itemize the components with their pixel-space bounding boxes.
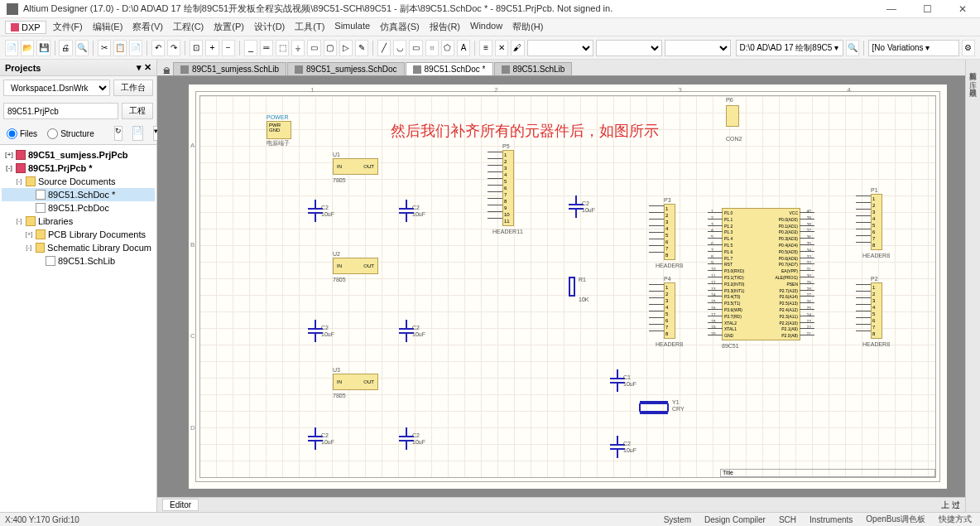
tree-item[interactable]: [+]PCB Library Documents bbox=[2, 228, 155, 241]
tree-item[interactable]: [-]Libraries bbox=[2, 215, 155, 228]
settings-icon[interactable]: 📄 bbox=[132, 126, 143, 141]
comp-p3[interactable]: P3 12345678 HEADER8 bbox=[664, 204, 675, 260]
snap-combo[interactable] bbox=[596, 40, 662, 56]
tree-item[interactable]: 89C51.PcbDoc bbox=[2, 201, 155, 215]
open-button[interactable]: 📂 bbox=[21, 40, 34, 56]
print-button[interactable]: 🖨 bbox=[59, 40, 72, 56]
comp-u2[interactable]: U2 IN OUT 7805 bbox=[333, 258, 378, 274]
menu-编辑(E)[interactable]: 编辑(E) bbox=[88, 19, 128, 35]
status-design-compiler[interactable]: Design Compiler bbox=[701, 515, 769, 524]
workspace-combo[interactable]: Workspace1.DsnWrk bbox=[3, 80, 110, 96]
files-radio[interactable]: Files bbox=[7, 128, 37, 139]
layer-combo[interactable] bbox=[527, 40, 593, 56]
tab-home-button[interactable]: 🏛 bbox=[161, 67, 172, 75]
poly-button[interactable]: ⬠ bbox=[441, 40, 454, 56]
doc-tab[interactable]: 89C51_sumjess.SchDoc bbox=[287, 62, 405, 75]
menu-Simulate[interactable]: Simulate bbox=[329, 19, 375, 35]
panel-menu-icon[interactable]: ▾ ✕ bbox=[137, 62, 151, 73]
status-shortcuts[interactable]: 快捷方式 bbox=[935, 514, 975, 525]
path-combo[interactable] bbox=[736, 40, 843, 56]
net-label-button[interactable]: ⬚ bbox=[276, 40, 289, 56]
strip-navigator[interactable]: 导航器 bbox=[967, 80, 979, 86]
paste-button[interactable]: 📄 bbox=[129, 40, 142, 56]
schematic-canvas[interactable]: 1 2 3 4 A B C D 然后我们补齐所有的元器件后，如图所示 bbox=[157, 76, 965, 497]
tree-item[interactable]: [-]Schematic Library Docum bbox=[2, 241, 155, 254]
project-input[interactable] bbox=[3, 103, 118, 119]
annotation-button[interactable]: ✎ bbox=[355, 40, 368, 56]
brush-button[interactable]: 🖌 bbox=[511, 40, 524, 56]
doc-tab[interactable]: 89C51.SchDoc * bbox=[406, 62, 493, 75]
refresh-icon[interactable]: ↻ bbox=[114, 126, 122, 141]
projects-header[interactable]: Projects ▾ ✕ bbox=[0, 60, 156, 76]
comp-capacitor[interactable]: C2 10uF bbox=[308, 320, 323, 342]
text-button[interactable]: A bbox=[457, 40, 470, 56]
comp-y1[interactable]: Y1 CRY bbox=[639, 403, 669, 413]
preview-button[interactable]: 🔍 bbox=[75, 40, 89, 56]
save-button[interactable]: 💾 bbox=[36, 40, 50, 56]
comp-u1[interactable]: U1 IN OUT 7805 bbox=[333, 158, 378, 175]
menu-帮助(H)[interactable]: 帮助(H) bbox=[507, 19, 548, 35]
editor-tab[interactable]: Editor bbox=[162, 499, 199, 511]
tree-item[interactable]: [-]Source Documents bbox=[2, 175, 155, 188]
project-tree[interactable]: [+]89C51_sumjess.PrjPcb[-]89C51.PrjPcb *… bbox=[0, 144, 156, 512]
strip-clipboard[interactable]: 剪贴板 bbox=[967, 63, 979, 70]
wire-button[interactable]: ⎯ bbox=[244, 40, 257, 56]
comp-mcu[interactable]: P1.0VCC140P1.1P0.0(AD0)239P1.2P0.1(AD1)3… bbox=[722, 208, 800, 340]
grid-combo[interactable] bbox=[665, 40, 731, 56]
tree-item[interactable]: [+]89C51_sumjess.PrjPcb bbox=[2, 148, 155, 162]
zoom-fit-button[interactable]: ⊡ bbox=[190, 40, 203, 56]
undo-button[interactable]: ↶ bbox=[151, 40, 165, 56]
comp-p2[interactable]: P2 12345678 HEADER8 bbox=[871, 282, 882, 339]
zoom-out-button[interactable]: − bbox=[222, 40, 235, 56]
comp-p4[interactable]: P4 12345678 HEADER8 bbox=[664, 282, 675, 339]
comp-capacitor[interactable]: C2 10uF bbox=[399, 200, 414, 222]
minimize-button[interactable]: — bbox=[880, 3, 903, 15]
project-button[interactable]: 工程 bbox=[122, 103, 153, 119]
menu-工具(T)[interactable]: 工具(T) bbox=[290, 19, 329, 35]
comp-p1[interactable]: P1 12345678 HEADER8 bbox=[871, 194, 882, 250]
status-system[interactable]: System bbox=[661, 515, 694, 524]
menu-文件(F)[interactable]: 文件(F) bbox=[48, 19, 88, 35]
align-button[interactable]: ≡ bbox=[479, 40, 492, 56]
doc-tab[interactable]: 89C51.SchLib bbox=[494, 62, 573, 75]
structure-radio[interactable]: Structure bbox=[47, 128, 94, 139]
status-sch[interactable]: SCH bbox=[776, 515, 800, 524]
comp-capacitor[interactable]: C2 10uF bbox=[308, 427, 323, 450]
comp-power[interactable]: POWER PWR GND 电源端子 bbox=[267, 121, 291, 139]
comp-u3[interactable]: U3 IN OUT 7805 bbox=[333, 374, 378, 390]
menu-Window[interactable]: Window bbox=[465, 19, 507, 35]
redo-button[interactable]: ↷ bbox=[167, 40, 180, 56]
tree-item[interactable]: [-]89C51.PrjPcb * bbox=[2, 162, 155, 175]
comp-p5[interactable]: P5 1234567891011 HEADER11 bbox=[502, 150, 514, 226]
ellipse-button[interactable]: ○ bbox=[425, 40, 439, 56]
maximize-button[interactable]: ☐ bbox=[916, 3, 939, 15]
menu-放置(P)[interactable]: 放置(P) bbox=[209, 19, 249, 35]
variations-btn[interactable]: ⚙ bbox=[962, 40, 975, 56]
menu-报告(R)[interactable]: 报告(R) bbox=[425, 19, 465, 35]
sheet-symbol-button[interactable]: ▢ bbox=[324, 40, 337, 56]
comp-capacitor[interactable]: C2 10uF bbox=[399, 320, 414, 342]
comp-p6[interactable]: P6 CON2 bbox=[726, 99, 739, 127]
status-instruments[interactable]: Instruments bbox=[806, 515, 856, 524]
path-go-button[interactable]: 🔍 bbox=[846, 40, 859, 56]
variations-combo[interactable] bbox=[868, 40, 959, 56]
comp-capacitor[interactable]: C2 10uF bbox=[399, 427, 414, 450]
menu-工程(C)[interactable]: 工程(C) bbox=[168, 19, 209, 35]
comp-capacitor[interactable]: C2 10uF bbox=[308, 200, 323, 222]
menu-仿真器(S)[interactable]: 仿真器(S) bbox=[375, 19, 425, 35]
line-button[interactable]: ╱ bbox=[377, 40, 391, 56]
port-button[interactable]: ▷ bbox=[339, 40, 353, 56]
strip-library[interactable]: 库 bbox=[967, 71, 979, 78]
rect-button[interactable]: ▭ bbox=[409, 40, 422, 56]
workspace-button[interactable]: 工作台 bbox=[113, 80, 153, 96]
power-port-button[interactable]: ⏚ bbox=[291, 40, 305, 56]
cross-probe-button[interactable]: ✕ bbox=[495, 40, 508, 56]
bus-button[interactable]: ═ bbox=[260, 40, 273, 56]
comp-r1[interactable]: R1 10K bbox=[569, 277, 575, 297]
cut-button[interactable]: ✂ bbox=[98, 40, 111, 56]
arc-button[interactable]: ◡ bbox=[393, 40, 406, 56]
copy-button[interactable]: 📋 bbox=[113, 40, 127, 56]
status-openbus[interactable]: OpenBus调色板 bbox=[862, 514, 929, 525]
close-button[interactable]: ✕ bbox=[952, 3, 973, 15]
zoom-in-button[interactable]: + bbox=[205, 40, 219, 56]
